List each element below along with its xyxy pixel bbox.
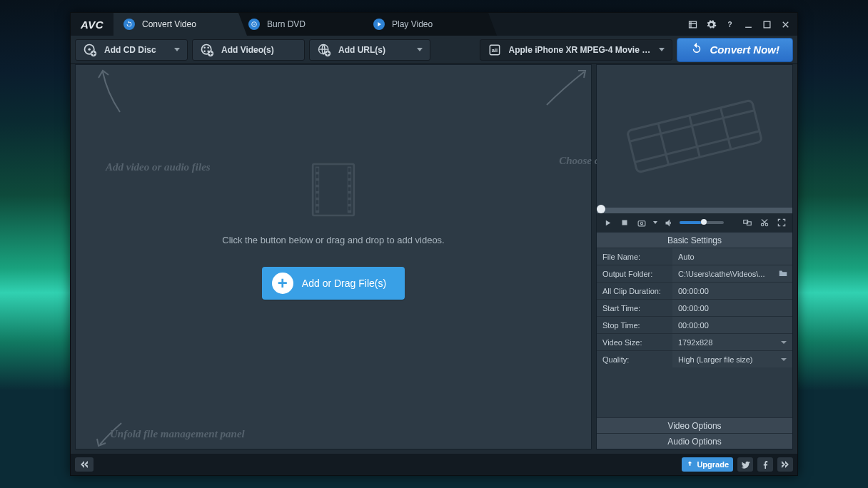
volume-icon[interactable] xyxy=(662,216,675,229)
button-label: Add or Drag File(s) xyxy=(302,278,386,289)
setting-row-start-time: Start Time:00:00:00 xyxy=(597,299,792,316)
gear-icon[interactable] xyxy=(703,16,719,32)
svg-text:?: ? xyxy=(727,21,732,29)
add-or-drag-files-button[interactable]: + Add or Drag File(s) xyxy=(262,267,405,300)
button-label: Add CD Disc xyxy=(104,45,156,55)
upgrade-button[interactable]: Upgrade xyxy=(682,457,733,472)
body: Add video or audio files Choose output p… xyxy=(71,64,797,454)
disc-plus-icon xyxy=(83,43,97,57)
svg-line-39 xyxy=(690,116,700,157)
film-placeholder-icon xyxy=(301,158,365,222)
video-options-header[interactable]: Video Options xyxy=(597,417,792,433)
filename-value[interactable]: Auto xyxy=(672,248,792,265)
globe-plus-icon xyxy=(317,43,331,57)
svg-text:all: all xyxy=(491,47,497,54)
chevron-down-icon[interactable] xyxy=(652,216,658,229)
svg-rect-28 xyxy=(348,168,351,171)
fullscreen-icon[interactable] xyxy=(775,216,788,229)
video-size-select[interactable]: 1792x828 xyxy=(672,334,792,350)
upload-icon xyxy=(686,460,694,469)
profile-label: Apple iPhone XR MPEG-4 Movie (*.m... xyxy=(509,45,652,55)
snapshot-icon[interactable] xyxy=(635,216,648,229)
chevron-down-icon xyxy=(417,48,423,51)
quality-select[interactable]: High (Larger file size) xyxy=(672,351,792,367)
hint-unfold-panel: Unfold file management panel xyxy=(110,428,245,440)
svg-rect-22 xyxy=(316,174,319,178)
facebook-button[interactable] xyxy=(757,457,773,472)
settings-rows: File Name:Auto Output Folder:C:\Users\ca… xyxy=(597,248,792,367)
svg-rect-21 xyxy=(316,168,319,171)
start-time-value[interactable]: 00:00:00 xyxy=(672,300,792,316)
svg-rect-41 xyxy=(622,220,627,225)
setting-row-video-size: Video Size:1792x828 xyxy=(597,333,792,350)
audio-options-header[interactable]: Audio Options xyxy=(597,433,792,449)
output-folder-value[interactable]: C:\Users\cathe\Videos\... xyxy=(672,265,792,282)
svg-rect-24 xyxy=(316,187,319,190)
footer: Upgrade xyxy=(71,454,797,475)
slider-thumb[interactable] xyxy=(597,205,605,213)
minimize-icon[interactable] xyxy=(740,16,756,32)
svg-rect-27 xyxy=(316,206,319,210)
output-profile-selector[interactable]: all Apple iPhone XR MPEG-4 Movie (*.m... xyxy=(480,39,672,61)
aspect-icon[interactable] xyxy=(741,216,754,229)
setting-row-duration: All Clip Duration:00:00:00 xyxy=(597,282,792,299)
expand-panel-button[interactable] xyxy=(777,457,793,472)
arrow-icon xyxy=(93,68,128,118)
tab-play-video[interactable]: Play Video xyxy=(363,13,488,36)
folder-icon[interactable] xyxy=(778,269,788,279)
svg-point-6 xyxy=(89,48,91,50)
preview-area xyxy=(597,65,792,208)
svg-rect-25 xyxy=(316,193,319,197)
close-icon[interactable] xyxy=(777,16,793,32)
twitter-button[interactable] xyxy=(737,457,753,472)
button-label: Add Video(s) xyxy=(221,45,274,55)
svg-rect-31 xyxy=(348,187,351,190)
svg-point-9 xyxy=(203,46,206,49)
tab-convert-video[interactable]: Convert Video xyxy=(113,13,238,36)
svg-line-38 xyxy=(658,123,669,165)
mode-tabs: Convert Video Burn DVD Play Video xyxy=(113,13,680,36)
svg-rect-33 xyxy=(348,200,351,203)
svg-point-43 xyxy=(640,222,642,224)
tab-label: Convert Video xyxy=(142,19,196,29)
play-icon[interactable] xyxy=(601,216,614,229)
app-logo: AVC xyxy=(71,13,113,36)
add-urls-button[interactable]: Add URL(s) xyxy=(309,39,430,61)
add-cd-disc-button[interactable]: Add CD Disc xyxy=(75,39,188,61)
main-panel[interactable]: Add video or audio files Choose output p… xyxy=(75,64,592,449)
svg-rect-32 xyxy=(348,193,351,197)
unfold-panel-button[interactable] xyxy=(75,457,94,472)
instruction-text: Click the button below or drag and drop … xyxy=(222,235,444,245)
svg-rect-34 xyxy=(348,206,351,210)
basic-settings-header[interactable]: Basic Settings xyxy=(597,232,792,248)
stop-icon[interactable] xyxy=(618,216,631,229)
volume-slider[interactable] xyxy=(680,221,724,224)
player-controls xyxy=(597,213,792,232)
seek-slider[interactable] xyxy=(597,208,792,213)
side-panel: Basic Settings File Name:Auto Output Fol… xyxy=(596,64,793,449)
cut-icon[interactable] xyxy=(758,216,771,229)
svg-line-40 xyxy=(720,108,731,149)
convert-icon xyxy=(690,42,703,57)
svg-rect-4 xyxy=(764,21,770,28)
arrow-icon xyxy=(542,66,592,109)
help-icon[interactable]: ? xyxy=(722,16,737,32)
tab-label: Play Video xyxy=(392,19,433,29)
toolbar: Add CD Disc Add Video(s) Add URL(s) all … xyxy=(71,36,797,64)
film-plus-icon xyxy=(200,43,214,57)
tab-burn-dvd[interactable]: Burn DVD xyxy=(238,13,363,36)
tab-label: Burn DVD xyxy=(267,19,306,29)
titlebar: AVC Convert Video Burn DVD Play Video xyxy=(71,13,797,36)
disc-icon xyxy=(248,19,260,30)
maximize-icon[interactable] xyxy=(759,16,774,32)
convert-now-button[interactable]: Convert Now! xyxy=(677,38,794,62)
button-label: Add URL(s) xyxy=(338,45,385,55)
svg-point-10 xyxy=(207,46,209,49)
options-icon[interactable] xyxy=(685,16,700,32)
film-reel-icon xyxy=(623,97,766,176)
refresh-icon xyxy=(123,19,135,30)
svg-rect-42 xyxy=(638,220,645,225)
setting-row-filename: File Name:Auto xyxy=(597,248,792,265)
stop-time-value[interactable]: 00:00:00 xyxy=(672,317,792,333)
add-videos-button[interactable]: Add Video(s) xyxy=(192,39,305,61)
